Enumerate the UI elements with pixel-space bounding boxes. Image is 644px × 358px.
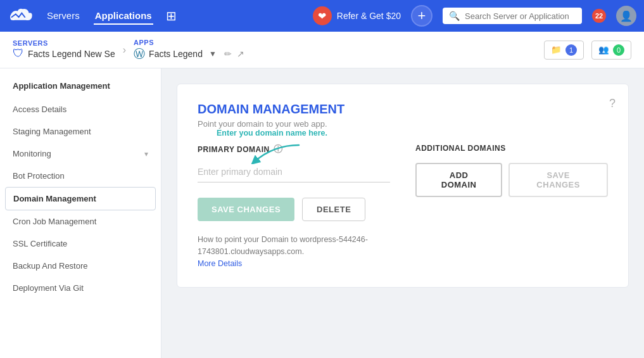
sidebar-label-domain-management: Domain Management (13, 194, 96, 203)
tooltip-hint: Enter you domain name here. (217, 129, 327, 137)
avatar[interactable]: 👤 (616, 6, 636, 26)
search-input[interactable] (465, 11, 576, 21)
domain-management-title: DOMAIN MANAGEMENT (198, 102, 608, 117)
sidebar-item-monitoring[interactable]: Monitoring ▾ (0, 143, 161, 165)
add-domain-button[interactable]: ADD DOMAIN (415, 163, 502, 197)
user-count: 0 (613, 44, 624, 56)
breadcrumb-app[interactable]: Ⓦ Facts Legend ▼ ✏ ↗ (134, 46, 244, 61)
additional-domain-actions: ADD DOMAIN SAVE CHANGES (415, 163, 608, 197)
top-nav: Servers Applications ⊞ ❤ Refer & Get $20… (0, 0, 644, 32)
sidebar-label-backup-and-restore: Backup And Restore (13, 261, 88, 271)
files-button[interactable]: 📁 1 (544, 41, 584, 60)
nav-servers[interactable]: Servers (46, 8, 81, 25)
file-count: 1 (565, 44, 577, 56)
nav-applications[interactable]: Applications (94, 8, 153, 25)
primary-domain-actions: SAVE CHANGES DELETE (198, 198, 390, 221)
sidebar-item-deployment-via-git[interactable]: Deployment Via Git (0, 277, 161, 299)
sidebar-item-ssl-certificate[interactable]: SSL Certificate (0, 233, 161, 255)
breadcrumb-arrow: › (123, 44, 126, 56)
save-changes-button[interactable]: SAVE CHANGES (198, 198, 294, 221)
help-icon[interactable]: ? (609, 97, 616, 110)
domain-info: How to point your Domain to wordpress-54… (198, 234, 390, 269)
search-icon: 🔍 (449, 11, 460, 21)
additional-domains-section: ADDITIONAL DOMAINS ADD DOMAIN SAVE CHANG… (415, 144, 608, 269)
sidebar-item-staging-management[interactable]: Staging Management (0, 120, 161, 143)
files-icon: 📁 (551, 45, 562, 54)
sidebar-label-deployment-via-git: Deployment Via Git (13, 283, 84, 293)
breadcrumb-server[interactable]: 🛡 Facts Legend New Se (13, 47, 115, 60)
sidebar-item-domain-management[interactable]: Domain Management (5, 187, 156, 210)
heart-icon: ❤ (313, 6, 332, 25)
notification-badge[interactable]: 22 (592, 9, 606, 23)
additional-domains-label: ADDITIONAL DOMAINS (415, 144, 608, 153)
servers-label: Servers (13, 39, 115, 47)
wp-icon: Ⓦ (134, 46, 145, 61)
sidebar: Application Management Access Details St… (0, 68, 161, 358)
search-box: 🔍 (443, 8, 582, 24)
edit-icon[interactable]: ✏ (224, 49, 232, 59)
breadcrumb-actions: 📁 1 👥 0 (544, 41, 631, 60)
sidebar-label-access-details: Access Details (13, 105, 66, 114)
domain-management-card: ? DOMAIN MANAGEMENT Point your domain to… (177, 84, 629, 288)
breadcrumb-apps-section: Apps Ⓦ Facts Legend ▼ ✏ ↗ (134, 39, 244, 61)
tooltip-arrow-icon (248, 144, 305, 164)
domain-management-subtitle: Point your domain to your web app. (198, 119, 608, 129)
apps-label: Apps (134, 39, 244, 46)
sidebar-label-staging-management: Staging Management (13, 127, 91, 136)
sidebar-label-monitoring: Monitoring (13, 149, 51, 158)
sidebar-item-access-details[interactable]: Access Details (0, 98, 161, 120)
external-link-icon[interactable]: ↗ (237, 49, 244, 59)
server-name: Facts Legend New Se (28, 49, 115, 59)
sidebar-item-cron-job-management[interactable]: Cron Job Management (0, 210, 161, 233)
sidebar-label-bot-protection: Bot Protection (13, 171, 65, 181)
primary-domain-section: PRIMARY DOMAIN ⓘ Enter you domain name h… (198, 144, 390, 269)
more-details-link[interactable]: More Details (198, 259, 242, 268)
server-icon: 🛡 (13, 47, 24, 60)
grid-icon[interactable]: ⊞ (166, 8, 177, 23)
refer-label: Refer & Get $20 (337, 11, 401, 21)
topnav-links: Servers Applications (46, 8, 153, 25)
users-button[interactable]: 👥 0 (591, 41, 631, 60)
delete-button[interactable]: DELETE (302, 198, 365, 221)
sidebar-label-ssl-certificate: SSL Certificate (13, 239, 67, 248)
app-name: Facts Legend (149, 49, 203, 59)
main-layout: Application Management Access Details St… (0, 68, 644, 358)
chevron-down-icon: ▾ (144, 150, 148, 158)
domain-info-text: How to point your Domain to wordpress-54… (198, 235, 368, 256)
breadcrumb-bar: Servers 🛡 Facts Legend New Se › Apps Ⓦ F… (0, 32, 644, 68)
sidebar-item-bot-protection[interactable]: Bot Protection (0, 165, 161, 187)
refer-button[interactable]: ❤ Refer & Get $20 (313, 6, 401, 25)
primary-domain-input-wrap: Enter you domain name here. (198, 162, 390, 182)
primary-domain-input[interactable] (198, 162, 390, 182)
save-changes-right-button[interactable]: SAVE CHANGES (508, 163, 608, 197)
breadcrumb-servers-section: Servers 🛡 Facts Legend New Se (13, 39, 115, 60)
domain-columns: PRIMARY DOMAIN ⓘ Enter you domain name h… (198, 144, 608, 269)
users-icon: 👥 (598, 45, 609, 54)
sidebar-title: Application Management (0, 79, 161, 98)
add-button[interactable]: + (411, 5, 432, 27)
sidebar-item-backup-and-restore[interactable]: Backup And Restore (0, 255, 161, 277)
sidebar-label-cron-job-management: Cron Job Management (13, 217, 96, 226)
dropdown-icon[interactable]: ▼ (209, 49, 217, 58)
logo[interactable] (8, 7, 33, 25)
content-area: ? DOMAIN MANAGEMENT Point your domain to… (161, 68, 644, 358)
